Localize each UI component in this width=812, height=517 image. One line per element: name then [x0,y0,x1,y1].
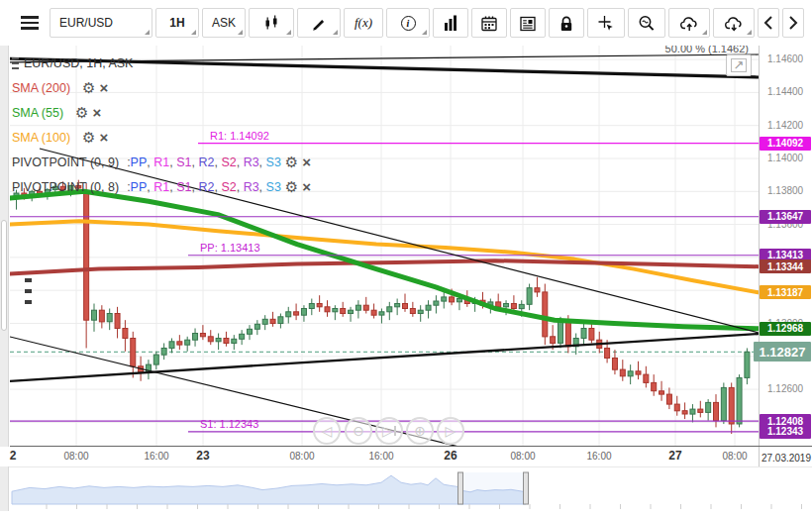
pivot-level-r1[interactable]: R1 [153,180,169,194]
gear-icon[interactable]: ⚙ [285,178,298,196]
zoom-out-button[interactable]: ⊖ [345,417,372,445]
legend-indicator-row: SMA (100)⚙× [12,125,311,150]
forward-button[interactable] [782,8,804,38]
lock-button[interactable] [549,8,584,38]
time-tick: 2 [10,449,17,463]
back-button[interactable] [758,8,779,38]
time-tick: 08:00 [63,451,88,462]
candle [457,299,461,302]
gear-icon[interactable]: ⚙ [285,154,298,171]
candle [262,319,267,324]
news-button[interactable] [510,8,546,38]
navigator-handle[interactable] [524,472,529,504]
chart-type-button[interactable] [249,8,294,38]
pivot-level-s3[interactable]: S3 [266,155,281,169]
candle [355,305,360,310]
candle [371,310,376,315]
candle [161,349,166,356]
scroll-right-icon: ▷ [446,423,457,439]
zoom-in-button[interactable]: ⊕ [406,417,434,445]
close-icon[interactable]: × [93,104,102,121]
go-to-latest-button[interactable]: ▷ [375,417,403,445]
price-badge: 1.12343 [760,425,811,439]
menu-button[interactable] [13,8,47,38]
pivot-level-s2[interactable]: S2 [221,180,236,194]
candle [92,310,97,320]
crosshair-button[interactable] [587,8,625,38]
pivot-level-r3[interactable]: R3 [244,180,259,194]
expand-chart-button[interactable]: ↗ [726,54,752,76]
price-tick: 1.14600 [767,53,803,64]
candle [379,312,384,315]
draw-tools-button[interactable] [297,8,341,38]
candle [628,371,633,376]
drag-handle[interactable] [25,278,32,311]
interval-select[interactable]: 1H [155,8,199,38]
candle [729,387,734,424]
pivot-level-s1[interactable]: S1 [176,180,191,194]
scroll-left-icon: ◁ [322,423,333,439]
chart-legend: EUR/USD, 1H, ASKSMA (200)⚙×SMA (55)⚙×SMA… [12,51,311,199]
volume-button[interactable] [433,8,468,38]
candle [248,329,253,334]
candle [193,334,198,341]
pivot-level-pp[interactable]: PP [131,155,148,169]
close-icon[interactable]: × [302,178,311,195]
candle [107,314,112,322]
pivot-level-s2[interactable]: S2 [221,155,236,169]
pivot-level-s3[interactable]: S3 [266,180,281,194]
pivot-level-pp[interactable]: PP [131,180,148,194]
save-layout-button[interactable] [668,8,710,38]
gear-icon[interactable]: ⚙ [82,79,95,97]
price-tick: 1.13800 [767,185,803,196]
close-icon[interactable]: × [302,154,311,170]
load-layout-button[interactable] [713,8,755,38]
symbol-select[interactable]: EUR/USD [50,8,152,38]
price-tick: 1.12600 [767,383,803,394]
functions-button[interactable]: f(x) [344,8,383,38]
close-icon[interactable]: × [100,79,109,96]
pivot-level-s1[interactable]: S1 [176,155,191,169]
close-icon[interactable]: × [100,129,109,146]
candle [177,342,182,345]
sma-line [10,221,759,292]
pivot-level-r2[interactable]: R2 [198,155,214,169]
go-to-latest-icon: ▷ [382,423,393,439]
candle [208,337,213,342]
pivot-level-r1[interactable]: R1 [153,155,169,169]
hamburger-icon [21,16,39,29]
candle [745,352,750,377]
settings-button[interactable]: ⚙ [807,8,812,38]
candle [325,307,330,312]
scroll-left-button[interactable]: ◁ [313,417,341,445]
scroll-right-button[interactable]: ▷ [437,417,464,445]
price-axis[interactable]: 1.146001.144001.142001.140001.138001.136… [759,45,812,466]
separator: , [259,155,266,169]
legend-indicator-row: SMA (55)⚙× [12,100,311,125]
pivot-level-r3[interactable]: R3 [244,155,259,169]
time-axis[interactable]: 208:0016:002308:0016:002608:0016:002708:… [0,447,759,466]
gear-icon[interactable]: ⚙ [82,129,95,147]
candle [232,339,237,343]
navigator-handle[interactable] [458,472,463,504]
candle [666,394,671,404]
toolbar: EUR/USD 1H ASK f(x) i [0,0,812,46]
trading-chart-app: EUR/USD 1H ASK f(x) i [0,0,812,517]
info-button[interactable]: i [386,8,430,38]
drag-dots-icon[interactable] [12,57,19,69]
zoom-tool-button[interactable] [628,8,665,38]
candle [333,309,338,312]
candle [504,304,509,307]
price-badge: 1.14092 [760,137,811,151]
calendar-button[interactable] [471,8,507,38]
crosshair-cursor-icon [596,14,616,33]
price-type-label: ASK [212,16,236,30]
left-scrollbar[interactable] [0,45,9,511]
candle [737,377,742,424]
gear-icon[interactable]: ⚙ [75,104,88,122]
separator: , [237,155,244,169]
pivot-level-r2[interactable]: R2 [198,180,214,194]
candle [682,411,687,414]
price-type-select[interactable]: ASK [202,8,246,38]
left-scrollbar-thumb[interactable] [1,220,7,331]
